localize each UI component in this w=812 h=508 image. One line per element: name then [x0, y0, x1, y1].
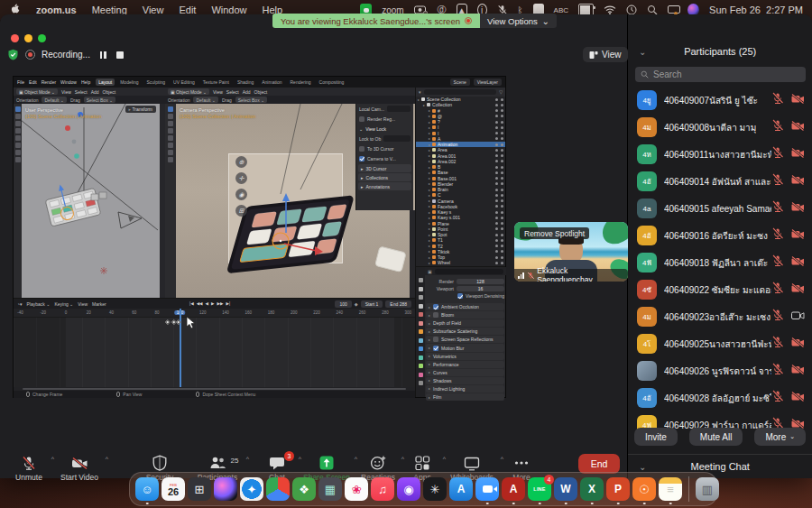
eye-icon[interactable] [495, 143, 498, 146]
minimize-window-button[interactable] [24, 34, 32, 42]
participant-row[interactable]: 4อั406409016 อัดรียะห์ มะซง [628, 222, 812, 249]
transport-button[interactable]: ▶ [211, 301, 214, 306]
properties-search-input[interactable] [435, 269, 503, 274]
blender-viewlayer-field[interactable]: ViewLayer [474, 79, 502, 86]
eye-icon[interactable] [495, 189, 498, 191]
checkbox[interactable] [433, 304, 438, 309]
viewport-camera-perspective[interactable]: Camera Perspective (100) Scene Collectio… [165, 104, 415, 298]
sidebar-row-annotations[interactable]: ▸Annotations [358, 182, 411, 190]
end-meeting-button[interactable]: End [578, 454, 620, 474]
dock-icon-siri[interactable] [214, 477, 237, 501]
current-frame-field[interactable]: 100 [335, 300, 351, 308]
properties-tab-7[interactable] [419, 338, 423, 343]
dock-icon-finder[interactable]: ☺ [135, 477, 159, 501]
camera-toggle-icon[interactable] [501, 104, 503, 106]
eye-icon[interactable] [495, 104, 498, 106]
eye-icon[interactable] [495, 154, 498, 157]
eye-icon[interactable] [495, 234, 498, 236]
transport-button[interactable]: ▶| [226, 301, 230, 306]
eye-icon[interactable] [495, 109, 498, 112]
zoom-window-button[interactable] [38, 34, 46, 42]
camera-toggle-icon[interactable] [501, 227, 503, 230]
chevron-up-icon[interactable]: ^ [246, 456, 249, 462]
properties-tab-8[interactable] [419, 346, 423, 351]
viewport-user-perspective[interactable]: User Perspective (100) Scene Collection … [14, 104, 165, 298]
start-video-button[interactable]: ^Start Video [52, 455, 106, 482]
muted-mic-icon[interactable] [771, 363, 784, 379]
properties-section-curves[interactable]: ▸Curves [426, 369, 504, 376]
dock-icon-launchpad[interactable]: ▦ [318, 477, 342, 501]
timeline-ruler[interactable]: -40-200204060801001201401601802002202402… [14, 309, 415, 318]
muted-mic-icon[interactable] [771, 282, 784, 298]
render-samples-value[interactable]: 128 [457, 279, 504, 285]
viewport-right-toolbar[interactable]: OrientationDefault ⌄DragSelect Box ⌄ [165, 96, 415, 104]
video-on-icon[interactable] [791, 309, 805, 325]
workspace-tab-shading[interactable]: Shading [235, 79, 256, 86]
viewport-right-tool-column[interactable] [165, 104, 176, 298]
workspace-tab-compositing[interactable]: Compositing [317, 79, 347, 86]
eye-icon[interactable] [495, 177, 498, 180]
camera-toggle-icon[interactable] [501, 234, 503, 236]
remove-spotlight-button[interactable]: Remove Spotlight [520, 227, 589, 239]
vpr-mode-selector[interactable]: ▣ Object Mode ⌄ [168, 88, 209, 95]
camera-toggle-icon[interactable] [501, 250, 503, 253]
blender-menu-help[interactable]: Help [81, 79, 90, 85]
video-off-icon[interactable] [791, 200, 805, 217]
sidebar-row-render-reg-[interactable]: Render Reg... [356, 114, 413, 124]
pause-recording-button[interactable] [100, 51, 106, 59]
dock-icon-shutter[interactable]: ✳ [423, 477, 447, 501]
properties-tab-12[interactable] [419, 381, 423, 385]
properties-section-shadows[interactable]: ▸Shadows [426, 377, 504, 384]
timeline-playhead[interactable] [180, 309, 181, 387]
dock-icon-line[interactable]: LINE4 [528, 477, 551, 501]
participant-row[interactable]: 4ม406409023อาอีเส๊าะ มะเซง [628, 303, 812, 330]
sidebar-row-collections[interactable]: ▸Collections [358, 173, 411, 181]
viewport-denoising-checkbox[interactable] [457, 293, 463, 299]
camera-toggle-icon[interactable] [501, 189, 503, 191]
camera-toggle-icon[interactable] [501, 137, 503, 140]
viewport-sidebar-panel[interactable]: Local Cam...Render Reg...⌄View LockLock … [355, 104, 413, 210]
camera-toggle-icon[interactable] [501, 239, 503, 242]
dock-icon-trash[interactable]: ▥ [696, 477, 719, 501]
camera-toggle-icon[interactable] [501, 199, 503, 202]
camera-toggle-icon[interactable] [501, 177, 503, 180]
sidebar-row-lock-to-ob[interactable]: Lock to Ob [356, 134, 413, 143]
view-layout-button[interactable]: View [583, 47, 628, 62]
video-off-icon[interactable] [791, 254, 805, 271]
video-off-icon[interactable] [791, 390, 805, 406]
timeline-menu-marker[interactable]: Marker [92, 301, 106, 307]
vpl-tool-orientation[interactable]: Orientation [16, 97, 38, 103]
dock-icon-zoom[interactable] [475, 477, 499, 501]
muted-mic-icon[interactable] [771, 173, 784, 189]
camera-toggle-icon[interactable] [501, 121, 503, 124]
muted-mic-icon[interactable] [771, 390, 784, 406]
vpr-tool-select-box[interactable]: Select Box ⌄ [235, 97, 267, 103]
eye-icon[interactable] [495, 171, 498, 174]
viewport-left-tool-column[interactable] [14, 104, 22, 298]
vpr-menu-object[interactable]: Object [254, 89, 267, 95]
video-off-icon[interactable] [791, 227, 805, 244]
video-off-icon[interactable] [791, 92, 805, 108]
transport-button[interactable]: ◀ [206, 301, 208, 306]
eye-icon[interactable] [495, 115, 498, 117]
muted-mic-icon[interactable] [771, 200, 784, 217]
checkbox[interactable] [359, 146, 364, 152]
camera-toggle-icon[interactable] [501, 109, 503, 112]
video-off-icon[interactable] [791, 119, 805, 135]
participant-row[interactable]: 4ม406409008นาตีลา มามุ [628, 114, 812, 141]
eye-icon[interactable] [495, 262, 498, 264]
eye-icon[interactable] [495, 239, 498, 242]
vpl-menu-select[interactable]: Select [75, 89, 88, 95]
eye-icon[interactable] [495, 245, 498, 247]
dock-icon-calculator[interactable]: ⊞ [188, 477, 211, 501]
camera-toggle-icon[interactable] [501, 245, 503, 247]
participant-row[interactable]: 406409026 นูรฟิรดาวน์ จารง [628, 357, 812, 384]
camera-toggle-icon[interactable] [501, 132, 503, 134]
eye-icon[interactable] [495, 227, 498, 230]
video-off-icon[interactable] [791, 146, 805, 162]
dock-icon-word[interactable]: W [554, 477, 577, 501]
eye-icon[interactable] [495, 132, 498, 134]
blender-menu-file[interactable]: File [17, 79, 24, 85]
dock-icon-safari[interactable]: ✦ [240, 477, 263, 501]
viewport-nav-gizmos[interactable]: ⊕ ✛ ◉ ⊞ [235, 156, 247, 217]
